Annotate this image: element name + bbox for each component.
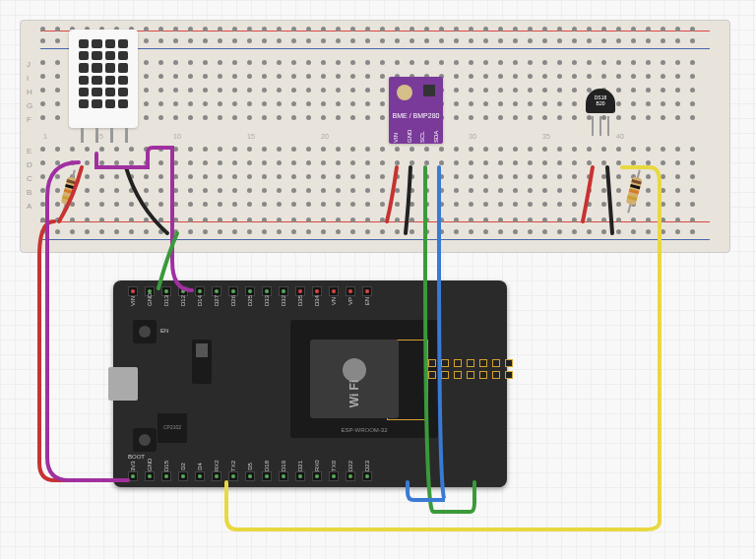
switch-icon — [192, 340, 212, 384]
esp-pin-d21 — [295, 471, 305, 481]
ds18-label: DS18 B20 — [586, 94, 615, 106]
esp-wroom-module: for(let i=0;i<7;i++)document.write('<div… — [290, 320, 438, 438]
bme280-sensor: BME / BMP280 VIN GND SCL SDA — [389, 77, 443, 144]
usb-port-icon — [108, 367, 138, 401]
boot-button — [133, 428, 157, 452]
esp-pin-rx0 — [312, 471, 322, 481]
esp-pin-gnd — [145, 471, 155, 481]
esp-pin-vp — [346, 286, 355, 296]
bme-ic-icon — [423, 85, 435, 96]
esp-pin-tx0 — [329, 471, 339, 481]
dht22-sensor: for(let i=0;i<24;i++)document.write('<di… — [69, 30, 138, 128]
row-label: J — [27, 60, 31, 69]
esp-pin-d5 — [245, 471, 255, 481]
esp-pin-d15 — [161, 471, 171, 481]
pin-header-bottom — [128, 471, 372, 481]
esp-pin-3v3 — [128, 471, 138, 481]
esp-pin-d22 — [346, 471, 355, 481]
esp-pin-d23 — [362, 471, 372, 481]
dht-grill-icon: for(let i=0;i<24;i++)document.write('<di… — [79, 39, 128, 108]
rf-shield-icon: Wi Fi — [310, 340, 399, 418]
esp32-board: EN BOOT CP2102 for(let i=0;i<7;i++)docum… — [113, 280, 507, 487]
usb-chip-icon: CP2102 — [158, 413, 187, 443]
bme-pin-labels: VIN GND SCL SDA — [389, 136, 443, 142]
espressif-logo-icon — [343, 358, 366, 382]
esp-pin-d18 — [262, 471, 272, 481]
wiring-canvas: for(let i=0;i<45;i++)document.write('<di… — [0, 0, 756, 559]
esp-pin-vin — [128, 286, 138, 296]
bme-sensor-icon — [397, 85, 412, 100]
bme-label: BME / BMP280 — [389, 112, 443, 119]
en-button — [133, 320, 157, 343]
esp-pin-d2 — [178, 471, 188, 481]
esp-pin-d4 — [195, 471, 205, 481]
esp-pin-en — [362, 286, 372, 296]
esp-pin-tx2 — [228, 471, 238, 481]
esp-pin-rx2 — [212, 471, 221, 481]
esp-pin-vn — [329, 286, 339, 296]
esp-pin-d19 — [279, 471, 288, 481]
ds18b20-sensor: DS18 B20 — [586, 89, 615, 128]
